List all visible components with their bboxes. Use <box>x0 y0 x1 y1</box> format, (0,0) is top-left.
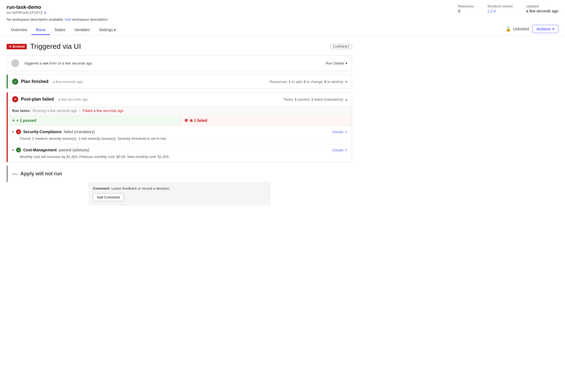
failed-step: Failed a few seconds ago <box>83 109 124 113</box>
tab-settings[interactable]: Settings ▾ <box>94 25 120 35</box>
copy-icon[interactable]: ⧉ <box>44 11 46 15</box>
x-icon: ✕ <box>9 45 12 49</box>
chevron-down-icon[interactable]: ▾ <box>345 80 347 84</box>
plan-title: Plan finished <box>21 79 49 84</box>
apply-dash-icon: — <box>12 171 18 177</box>
plan-success-icon: ✓ <box>12 79 18 85</box>
post-plan-time: a few seconds ago <box>58 97 88 101</box>
comment-section: Comment: Leave feedback or record a deci… <box>88 182 270 206</box>
external-link-icon: ↗ <box>344 130 347 134</box>
resources-value: 0 <box>458 9 474 13</box>
errored-badge: ✕ Errored <box>7 44 27 49</box>
chevron-down-icon[interactable]: ▾ <box>12 148 14 152</box>
plus-icon: + <box>12 118 15 123</box>
add-description-link[interactable]: Add <box>65 17 71 22</box>
chevron-down-icon: ▾ <box>552 27 554 31</box>
post-plan-card: ✕ Post-plan failed a few seconds ago Tas… <box>7 92 352 162</box>
chevron-down-icon: ▾ <box>114 28 116 32</box>
unlocked-button[interactable]: 🔓 Unlocked <box>506 26 529 32</box>
actions-label: Actions <box>537 27 551 31</box>
chevron-up-icon[interactable]: ▴ <box>345 97 347 101</box>
triggered-text: triggered a run from UI a few seconds ag… <box>25 61 92 65</box>
external-link-icon: ↗ <box>344 148 347 152</box>
add-comment-button[interactable]: Add Comment <box>93 193 124 201</box>
task1-error-icon: ✕ <box>16 129 21 134</box>
passed-tab[interactable]: + + 1 passed <box>8 115 180 126</box>
running-step: Running a few seconds ago <box>33 109 77 113</box>
unlocked-label: Unlocked <box>513 27 529 31</box>
run-title: Triggered via UI <box>30 42 81 51</box>
run-details-button[interactable]: Run Details ▾ <box>326 61 347 65</box>
post-plan-title: Post-plan failed <box>21 97 54 102</box>
chevron-down-icon[interactable]: ▾ <box>12 130 14 134</box>
tab-variables[interactable]: Variables <box>70 25 94 35</box>
comment-label: Comment: Leave feedback or record a deci… <box>93 186 266 190</box>
avatar <box>11 59 19 67</box>
lock-icon: 🔓 <box>506 26 511 32</box>
tab-states[interactable]: States <box>50 25 70 35</box>
task2-status: passed (advisory) <box>59 148 89 152</box>
task2-name: Cost-Management <box>23 148 57 152</box>
terraform-label: Terraform version <box>487 4 513 8</box>
task1-status: failed (mandatory) <box>64 130 95 134</box>
task1-details-link[interactable]: Details ↗ <box>332 130 347 134</box>
terraform-version-link[interactable]: 1.2.4 <box>487 9 496 13</box>
resources-label: Resources <box>458 4 474 8</box>
task1-description: Found: 1 medium severity issues(s), 3 lo… <box>12 136 347 141</box>
apply-title: Apply will not run <box>20 171 62 177</box>
updated-value: a few seconds ago <box>526 9 558 13</box>
actions-button[interactable]: Actions ▾ <box>532 25 558 33</box>
plan-card: ✓ Plan finished a few seconds ago Resour… <box>7 74 352 89</box>
workspace-id-label: ws-UbPffPooKLEFh8YQ <box>7 11 43 15</box>
chevron-down-icon: ▾ <box>345 61 347 65</box>
task1-name: Security-Compliance <box>23 130 62 134</box>
workspace-description: No workspace description available. Add … <box>7 15 558 22</box>
apply-card: — Apply will not run <box>7 166 352 182</box>
run-tasks-label: Run tasks: <box>12 109 30 113</box>
task2-detail: ▾ ✓ Cost-Management passed (advisory) De… <box>8 144 352 162</box>
step-arrow: › <box>79 109 80 113</box>
tab-runs[interactable]: Runs <box>31 25 50 35</box>
x-circle-icon: ⊗ <box>184 118 188 123</box>
failed-tab[interactable]: ⊗ ⊗ 1 failed <box>180 115 352 126</box>
workspace-name: run-task-demo <box>7 4 46 10</box>
terraform-value: 1.2.4 <box>487 9 513 13</box>
task1-detail: ▾ ✕ Security-Compliance failed (mandator… <box>8 126 352 144</box>
post-plan-error-icon: ✕ <box>12 96 18 102</box>
plan-time: a few seconds ago <box>53 80 83 84</box>
task2-description: Monthly cost will increase by $1,303. Pr… <box>12 155 347 159</box>
updated-label: Updated <box>526 4 558 8</box>
task2-details-link[interactable]: Details ↗ <box>332 148 347 152</box>
tab-overview[interactable]: Overview <box>7 25 31 35</box>
current-badge: CURRENT <box>330 44 352 49</box>
plan-resources-summary: Resources: 1 to add, 0 to change, 0 to d… <box>270 80 343 84</box>
triggered-card: triggered a run from UI a few seconds ag… <box>7 55 352 71</box>
tasks-summary: Tasks: 1 passed, 1 failed (mandatory) <box>284 97 343 101</box>
task2-success-icon: ✓ <box>16 147 21 152</box>
